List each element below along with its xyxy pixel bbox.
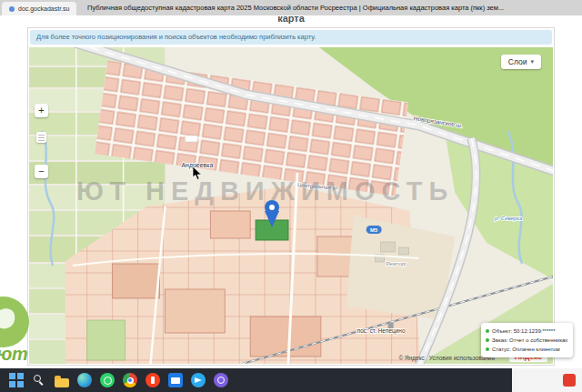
start-icon[interactable] xyxy=(9,373,24,387)
poi-label: Ремторг xyxy=(386,261,407,266)
svg-text:ют: ют xyxy=(0,344,28,364)
station-label: пос. ст. Непецино xyxy=(357,327,406,335)
status-row: Статус: Оплачен клиентом xyxy=(486,345,568,354)
status-dot-icon xyxy=(486,329,489,333)
zoom-slider[interactable] xyxy=(36,132,46,143)
layers-button[interactable]: Слои ▾ xyxy=(501,55,541,69)
mouse-cursor xyxy=(192,166,203,181)
order-info-card: Объект: 50:12:1239:****** Заказ: Отчет о… xyxy=(481,323,573,357)
chevron-down-icon: ▾ xyxy=(530,58,534,65)
order-line: Заказ: Отчет о собственниках xyxy=(492,336,567,345)
layers-button-label: Слои xyxy=(508,57,527,66)
whatsapp-icon[interactable] xyxy=(100,373,115,387)
road-number-badge xyxy=(185,136,197,142)
map-canvas[interactable]: М5 Новорязанское ш. Андреевка Центральна… xyxy=(29,47,553,364)
taskbar-tray xyxy=(512,368,582,392)
page-heading-fragment: карта xyxy=(0,13,582,24)
zoom-out-button[interactable]: − xyxy=(35,165,48,178)
svg-text:М5: М5 xyxy=(370,227,378,233)
telegram-icon[interactable] xyxy=(191,373,206,387)
yandex-browser-icon[interactable] xyxy=(146,373,160,387)
map-attribution: © Яндекс Условия использования xyxy=(398,355,495,361)
zoom-notice: Для более точного позиционирования и пои… xyxy=(30,30,552,45)
tab-label: doc.gockadastr.su xyxy=(18,5,69,12)
status-dot-icon xyxy=(486,338,489,342)
river-label: р. Северка xyxy=(494,216,523,221)
tray-app-icon[interactable] xyxy=(563,374,576,387)
mail-icon[interactable] xyxy=(168,373,183,387)
viber-icon[interactable] xyxy=(214,373,228,387)
site-favicon xyxy=(9,6,15,12)
object-line: Объект: 50:12:1239:****** xyxy=(492,327,555,336)
file-explorer-icon[interactable] xyxy=(55,378,69,387)
order-row: Заказ: Отчет о собственниках xyxy=(486,336,568,345)
object-row: Объект: 50:12:1239:****** xyxy=(486,327,568,336)
status-line: Статус: Оплачен клиентом xyxy=(492,345,560,354)
screenshot-root: doc.gockadastr.su Публичная общедоступна… xyxy=(0,0,582,392)
yandex-copyright: © Яндекс xyxy=(398,355,424,361)
chrome-icon[interactable] xyxy=(123,373,137,387)
zoom-in-button[interactable]: + xyxy=(35,104,48,117)
zoom-controls: + − xyxy=(35,104,48,178)
route-badge: М5 xyxy=(366,226,382,234)
status-dot-icon xyxy=(486,347,489,351)
search-icon[interactable] xyxy=(32,373,46,387)
map-panel: Для более точного позиционирования и пои… xyxy=(27,27,555,366)
taskbar xyxy=(0,368,512,392)
agency-logo-watermark: ют xyxy=(0,293,45,371)
watermark-text: ЮТ НЕДВИЖИМОСТЬ xyxy=(76,176,454,206)
edge-icon[interactable] xyxy=(77,373,92,387)
